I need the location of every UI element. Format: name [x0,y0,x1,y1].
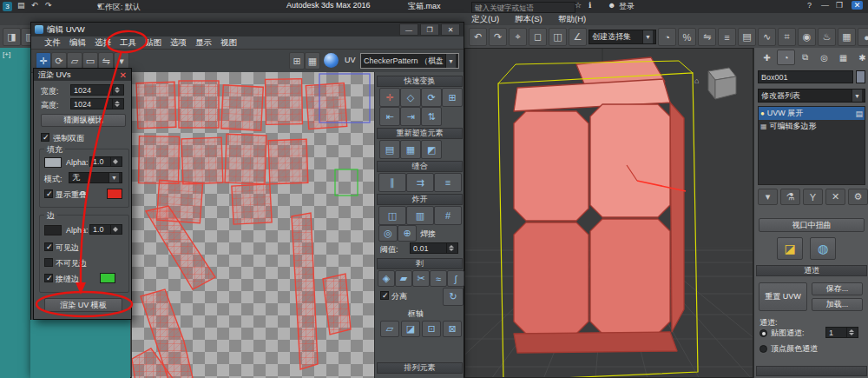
tab-utilities-icon[interactable]: ✱ [853,50,868,65]
rotate-icon[interactable]: ⟳ [51,52,67,70]
lightbulb-icon[interactable]: ● [760,109,765,117]
seam-color-swatch[interactable] [100,273,115,283]
show-grid-icon[interactable]: ▦ [305,52,320,70]
checker-sphere-icon[interactable] [324,53,339,68]
undo-icon[interactable]: ↶ [469,28,487,46]
target-weld-icon[interactable]: ⊕ [398,225,417,242]
map-channel-radio[interactable] [760,329,767,337]
stitch-2-icon[interactable]: ⇉ [406,173,434,192]
pelt-1-icon[interactable]: ▱ [380,321,399,337]
viewport-background[interactable] [30,320,130,378]
open-uv-editor-button[interactable]: ◪ [777,237,803,260]
overlap-color-swatch[interactable] [107,189,122,199]
snap-toggle-icon[interactable]: ∠ [569,28,587,46]
section-peel[interactable]: 剥 [377,258,463,269]
user-icon[interactable]: ☻ [608,1,615,10]
menu-file[interactable]: 文件 [40,37,65,49]
map-pattern-dropdown[interactable]: CheckerPattern （棋盘▼ [360,53,459,69]
point-seams-icon[interactable]: ≈ [430,270,447,287]
app-titlebar[interactable]: 3 ▤ ↶ ↷ 工作区: 默认 ▾ Autodesk 3ds Max 2016 … [0,0,868,14]
close-icon[interactable]: ✕ [120,70,127,80]
menu-tools[interactable]: 工具 [115,37,141,49]
section-explode[interactable]: 炸开 [377,194,463,205]
left-viewport-background[interactable]: [+] [0,48,30,378]
menu-view[interactable]: 视图 [216,37,241,49]
invisible-edges-checkbox[interactable] [44,258,53,267]
remove-modifier-icon[interactable]: ✕ [825,189,845,205]
menu-help[interactable]: 帮助(H) [558,14,586,25]
window-close-icon[interactable]: ✕ [852,1,863,10]
redo-icon[interactable]: ↷ [489,28,507,46]
viewport-pov-label[interactable]: [+] [3,50,10,58]
load-button[interactable]: 加载... [812,298,863,311]
explode-1-icon[interactable]: ◫ [378,206,406,225]
menu-select[interactable]: 选择 [90,37,115,49]
window-maximize-icon[interactable]: ❐ [420,23,439,36]
explode-2-icon[interactable]: ▥ [406,206,434,225]
show-end-result-icon[interactable]: ⚗ [780,189,800,205]
layer-manager-icon[interactable]: ▤ [738,28,756,46]
new-scene-icon[interactable]: ▤ [17,1,25,10]
toolbar-icon[interactable]: ◨ [3,28,21,46]
scale-icon[interactable]: ▱ [67,52,82,70]
rollout-partial[interactable] [756,366,867,376]
list-icon[interactable]: ▤ [855,109,863,118]
separate-checkbox[interactable] [380,291,389,300]
reshape-1-icon[interactable]: ▤ [379,140,400,159]
window-maximize-icon[interactable]: ❐ [836,1,843,10]
signin-link[interactable]: 登录 [619,1,635,12]
favorites-icon[interactable]: ☆ [575,1,582,10]
tweak-in-view-button[interactable]: 视口中扭曲 [759,218,865,232]
threshold-spinner[interactable]: 0.01 [410,242,458,254]
guess-aspect-button[interactable]: 猜测纵横比 [41,114,126,127]
menu-script[interactable]: 脚本(S) [515,14,542,25]
percent-snap-icon[interactable]: % [678,28,696,46]
quick-peel-icon[interactable]: ◈ [378,270,395,287]
mirror-icon[interactable]: ⇋ [98,52,114,70]
seam-edges-checkbox[interactable] [44,274,53,282]
peel-mode-icon[interactable]: ▰ [395,270,412,287]
schematic-view-icon[interactable]: ⌗ [778,28,796,46]
tab-modify-icon[interactable]: ◔ [777,50,795,65]
edit-uvw-titlebar[interactable]: 编辑 UVW — ❐ ✕ [31,23,464,36]
tab-hierarchy-icon[interactable]: ⧉ [796,50,814,65]
edge-alpha-spinner[interactable]: 1.0 [89,224,122,235]
stitch-1-icon[interactable]: ∥ [378,173,406,192]
reset-peel-icon[interactable]: ↻ [443,288,464,306]
align-vertical-icon[interactable]: ⇅ [421,107,442,126]
window-minimize-icon[interactable]: — [821,1,829,10]
object-name-field[interactable]: Box001 [758,70,853,83]
pelt-2-icon[interactable]: ◪ [401,321,420,337]
show-overlap-checkbox[interactable] [44,189,53,198]
configure-stack-icon[interactable]: ⚙ [848,189,868,205]
search-input[interactable]: ⌕ 键入关键字或短语 [471,2,575,13]
height-spinner[interactable]: 1024 [70,98,124,109]
edit-seams-icon[interactable]: ✂ [412,270,430,287]
tab-create-icon[interactable]: ✚ [758,50,776,65]
save-button[interactable]: 保存... [812,282,863,295]
fill-alpha-spinner[interactable]: 1.0 [89,156,122,167]
help-icon[interactable]: ? [807,1,812,10]
vertex-color-radio[interactable] [760,345,767,353]
perspective-viewport[interactable]: ⌂ [464,48,753,378]
map-channel-spinner[interactable]: 1 [825,327,858,338]
move-icon[interactable]: ✛ [36,52,51,70]
reshape-2-icon[interactable]: ▦ [400,140,421,159]
explode-3-icon[interactable]: # [434,206,462,225]
stitch-3-icon[interactable]: ≡ [434,173,462,192]
render-frame-icon[interactable]: ▦ [838,28,856,46]
mode-dropdown[interactable]: 无▼ [69,172,122,183]
make-unique-icon[interactable]: Y [803,189,823,205]
reshape-3-icon[interactable]: ◩ [421,140,442,159]
section-stitch[interactable]: 缝合 [377,161,463,172]
freeform-icon[interactable]: ▭ [82,52,98,70]
mirror-icon[interactable]: ⇋ [698,28,716,46]
menu-display[interactable]: 显示 [191,37,216,49]
qt-rotate-cw-icon[interactable]: ⟳ [421,88,442,107]
menu-customize[interactable]: 定义(U) [471,14,499,25]
tab-display-icon[interactable]: ▦ [834,50,852,65]
menu-mapping[interactable]: 贴图 [141,37,166,49]
snap-icon[interactable]: ▾ [114,52,129,70]
window-close-icon[interactable]: ✕ [441,23,460,36]
qt-rotate-icon[interactable]: ◇ [400,88,421,107]
